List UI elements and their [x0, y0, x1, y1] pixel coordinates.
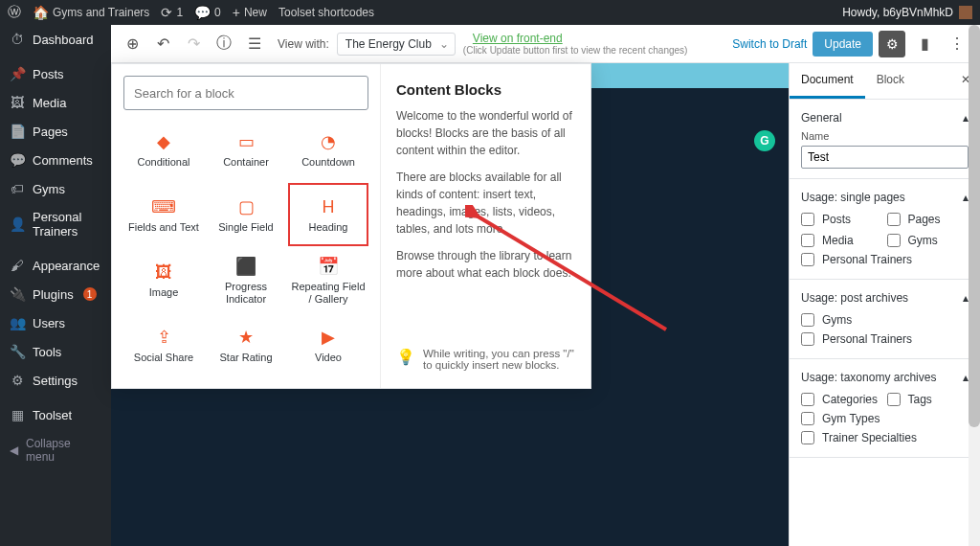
block-label: Star Rating — [219, 352, 272, 364]
menu-label: Settings — [33, 374, 78, 388]
redo-button[interactable]: ↷ — [182, 33, 205, 56]
block-video[interactable]: ▶Video — [288, 313, 368, 376]
block-icon: 🖼 — [153, 262, 174, 283]
menu-label: Personal Trainers — [33, 210, 101, 239]
panel-general-title[interactable]: General — [801, 111, 842, 125]
block-label: Conditional — [137, 156, 189, 169]
comments-link[interactable]: 💬0 — [194, 5, 221, 20]
block-single-field[interactable]: ▢Single Field — [206, 183, 286, 246]
menu-icon: 📌 — [10, 66, 25, 81]
checkbox-categories[interactable]: Categories — [801, 390, 883, 409]
block-icon: ★ — [235, 327, 256, 348]
tab-block[interactable]: Block — [865, 63, 916, 99]
tip-lightbulb-icon: 💡 — [396, 348, 415, 371]
block-fields-and-text[interactable]: ⌨Fields and Text — [123, 183, 204, 246]
menu-item-settings[interactable]: ⚙Settings — [0, 366, 111, 395]
checkbox-gym-types[interactable]: Gym Types — [801, 409, 969, 428]
menu-icon: 🏷 — [10, 181, 25, 196]
inserter-desc-2: There are blocks available for all kinds… — [396, 169, 575, 238]
updates-link[interactable]: ⟳1 — [161, 5, 183, 20]
more-options-button[interactable]: ⋮ — [944, 31, 970, 57]
menu-icon: 📄 — [10, 124, 25, 139]
menu-item-personal-trainers[interactable]: 👤Personal Trainers — [0, 203, 111, 245]
editor-canvas[interactable]: ◆Conditional▭Container◔Countdown⌨Fields … — [111, 63, 789, 546]
switch-to-draft-button[interactable]: Switch to Draft — [732, 37, 807, 51]
checkbox-archive-gyms[interactable]: Gyms — [801, 310, 969, 330]
block-label: Fields and Text — [128, 221, 199, 234]
info-button[interactable]: ⓘ — [212, 33, 235, 56]
block-progress-indicator[interactable]: ⬛Progress Indicator — [206, 248, 286, 311]
outline-button[interactable]: ☰ — [243, 33, 266, 56]
toolset-shortcodes[interactable]: Toolset shortcodes — [278, 6, 374, 19]
tab-document[interactable]: Document — [790, 63, 865, 99]
menu-item-dashboard[interactable]: ⏱Dashboard — [0, 25, 111, 54]
checkbox-pages[interactable]: Pages — [887, 210, 969, 229]
add-block-button[interactable]: ⊕ — [121, 33, 144, 56]
menu-item-toolset[interactable]: ▦Toolset — [0, 400, 111, 429]
checkbox-trainer-specialties[interactable]: Trainer Specialties — [801, 428, 969, 447]
checkbox-gyms[interactable]: Gyms — [887, 231, 969, 250]
block-inserter-popover: ◆Conditional▭Container◔Countdown⌨Fields … — [111, 63, 591, 389]
panel-usage-post-title[interactable]: Usage: post archives — [801, 291, 908, 305]
block-repeating-field-gallery[interactable]: 📅Repeating Field / Gallery — [288, 248, 368, 311]
checkbox-media[interactable]: Media — [801, 231, 883, 250]
block-label: Progress Indicator — [208, 281, 284, 306]
menu-label: Appearance — [33, 259, 100, 273]
checkbox-archive-trainers[interactable]: Personal Trainers — [801, 330, 969, 349]
block-countdown[interactable]: ◔Countdown — [288, 118, 368, 181]
menu-item-users[interactable]: 👥Users — [0, 308, 111, 337]
checkbox-posts[interactable]: Posts — [801, 210, 883, 229]
inserter-tip: While writing, you can press "/" to quic… — [423, 348, 575, 371]
panel-usage-tax-title[interactable]: Usage: taxonomy archives — [801, 371, 936, 384]
site-link[interactable]: 🏠Gyms and Trainers — [33, 5, 149, 20]
block-container[interactable]: ▭Container — [206, 118, 286, 181]
inserter-title: Content Blocks — [396, 81, 575, 98]
menu-item-plugins[interactable]: 🔌Plugins1 — [0, 280, 111, 308]
inserter-desc-1: Welcome to the wonderful world of blocks… — [396, 107, 575, 159]
block-conditional[interactable]: ◆Conditional — [123, 118, 204, 181]
page-scrollbar-thumb[interactable] — [969, 25, 980, 427]
collapse-menu[interactable]: ◀Collapse menu — [0, 429, 111, 471]
menu-icon: 🖼 — [10, 95, 25, 110]
settings-gear-button[interactable]: ⚙ — [879, 31, 905, 57]
block-icon: 📅 — [318, 256, 339, 277]
view-front-end-link[interactable]: View on front-end — [473, 32, 688, 45]
menu-item-appearance[interactable]: 🖌Appearance — [0, 251, 111, 280]
menu-item-gyms[interactable]: 🏷Gyms — [0, 174, 111, 203]
checkbox-personal-trainers[interactable]: Personal Trainers — [801, 250, 969, 269]
block-social-share[interactable]: ⇪Social Share — [123, 313, 204, 376]
block-label: Single Field — [218, 221, 273, 234]
block-icon: ▢ — [235, 196, 256, 217]
front-end-hint: (Click Update button first to view the r… — [463, 45, 688, 56]
menu-item-media[interactable]: 🖼Media — [0, 88, 111, 117]
plugin-update-badge: 1 — [83, 287, 97, 301]
editor-toolbar: ⊕ ↶ ↷ ⓘ ☰ View with: The Energy Club Vie… — [111, 25, 980, 63]
menu-item-pages[interactable]: 📄Pages — [0, 117, 111, 146]
checkbox-tags[interactable]: Tags — [887, 390, 969, 409]
template-name-input[interactable] — [801, 146, 969, 169]
menu-item-comments[interactable]: 💬Comments — [0, 146, 111, 174]
block-heading[interactable]: HHeading — [288, 183, 368, 246]
block-grid: ◆Conditional▭Container◔Countdown⌨Fields … — [123, 118, 368, 376]
undo-button[interactable]: ↶ — [151, 33, 174, 56]
toolset-views-button[interactable]: ▮ — [911, 31, 938, 57]
wp-admin-bar: ⓦ 🏠Gyms and Trainers ⟳1 💬0 +New Toolset … — [0, 0, 980, 25]
menu-label: Comments — [33, 153, 93, 168]
panel-usage-single-title[interactable]: Usage: single pages — [801, 191, 905, 204]
grammarly-badge[interactable]: G — [754, 130, 775, 151]
block-image[interactable]: 🖼Image — [123, 248, 204, 311]
avatar[interactable] — [959, 6, 972, 19]
menu-icon: ⏱ — [10, 32, 25, 47]
block-star-rating[interactable]: ★Star Rating — [206, 313, 286, 376]
menu-item-posts[interactable]: 📌Posts — [0, 59, 111, 88]
menu-label: Toolset — [33, 408, 72, 422]
view-with-select[interactable]: The Energy Club — [337, 33, 456, 56]
new-link[interactable]: +New — [233, 5, 267, 20]
menu-item-tools[interactable]: 🔧Tools — [0, 337, 111, 366]
update-button[interactable]: Update — [813, 32, 873, 57]
wp-logo[interactable]: ⓦ — [8, 4, 21, 21]
block-label: Image — [149, 286, 179, 299]
block-label: Countdown — [301, 156, 355, 169]
search-block-input[interactable] — [123, 76, 368, 110]
howdy-text[interactable]: Howdy, b6yBVnMhkD — [842, 6, 953, 19]
